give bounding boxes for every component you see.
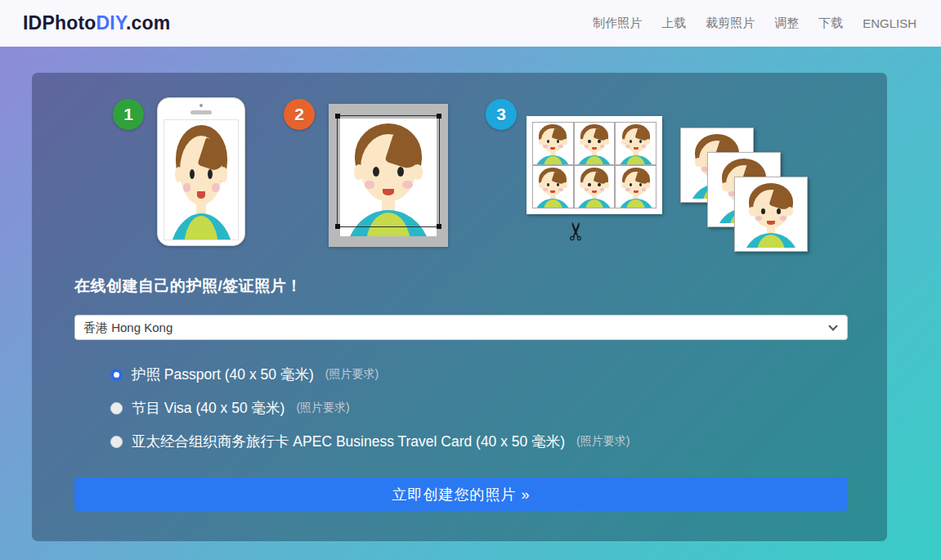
crop-handle bbox=[335, 114, 340, 119]
nav-adjust[interactable]: 调整 bbox=[774, 16, 799, 31]
crop-photo-illustration bbox=[329, 104, 448, 247]
photo-stack-illustration bbox=[680, 128, 824, 252]
sheet-photo-cell bbox=[574, 122, 616, 165]
stacked-photo bbox=[734, 177, 808, 252]
nav-english[interactable]: ENGLISH bbox=[863, 16, 916, 30]
crop-handle bbox=[437, 114, 441, 119]
radio-unselected-icon[interactable] bbox=[110, 436, 123, 448]
sheet-photo-cell bbox=[574, 165, 616, 208]
main-nav: 制作照片 上载 裁剪照片 调整 下载 ENGLISH bbox=[593, 16, 916, 31]
scissors-icon: ✂ bbox=[564, 219, 589, 244]
steps-illustration: 1 2 3 ✂ bbox=[113, 97, 848, 253]
option-label: 节目 Visa (40 x 50 毫米) bbox=[132, 398, 285, 418]
nav-download[interactable]: 下载 bbox=[818, 16, 843, 31]
main-panel: 1 2 3 ✂ bbox=[32, 73, 887, 541]
nav-upload[interactable]: 上载 bbox=[661, 16, 686, 31]
logo-text-diy: DIY bbox=[96, 12, 126, 34]
country-select[interactable]: 香港 Hong Kong bbox=[74, 315, 848, 340]
print-sheet-column: ✂ bbox=[527, 116, 662, 244]
print-sheet-illustration bbox=[527, 116, 662, 214]
crop-selection-rect bbox=[337, 115, 440, 227]
phone-illustration bbox=[157, 97, 245, 246]
photo-type-options: 护照 Passport (40 x 50 毫米) (照片要求) 节目 Visa … bbox=[110, 365, 848, 451]
phone-speaker bbox=[190, 110, 212, 114]
phone-camera-dot bbox=[199, 104, 203, 107]
country-select-wrap: 香港 Hong Kong bbox=[74, 315, 848, 340]
logo-text-idphoto: IDPhoto bbox=[23, 12, 96, 34]
radio-unselected-icon[interactable] bbox=[110, 402, 123, 414]
crop-handle bbox=[437, 224, 441, 229]
radio-selected-icon[interactable] bbox=[110, 369, 123, 381]
header: IDPhotoDIY.com 制作照片 上载 裁剪照片 调整 下载 ENGLIS… bbox=[0, 0, 941, 47]
phone-screen bbox=[164, 119, 239, 240]
step-1-badge: 1 bbox=[113, 99, 144, 130]
site-logo[interactable]: IDPhotoDIY.com bbox=[23, 12, 170, 34]
logo-text-com: .com bbox=[126, 12, 170, 34]
photo-type-option-passport[interactable]: 护照 Passport (40 x 50 毫米) (照片要求) bbox=[110, 365, 848, 384]
option-label: 护照 Passport (40 x 50 毫米) bbox=[132, 365, 314, 384]
step-2-badge: 2 bbox=[284, 99, 315, 130]
option-label: 亚太经合组织商务旅行卡 APEC Business Travel Card (4… bbox=[132, 432, 565, 451]
step-3-badge: 3 bbox=[486, 99, 517, 130]
nav-crop-photo[interactable]: 裁剪照片 bbox=[706, 16, 755, 31]
sheet-photo-cell bbox=[615, 122, 656, 165]
sheet-photo-cell bbox=[532, 165, 574, 208]
page-title: 在线创建自己的护照/签证照片！ bbox=[74, 276, 848, 297]
sheet-photo-cell bbox=[532, 122, 574, 165]
photo-type-option-apec[interactable]: 亚太经合组织商务旅行卡 APEC Business Travel Card (4… bbox=[110, 432, 848, 451]
sheet-photo-cell bbox=[615, 165, 656, 208]
photo-type-option-visa[interactable]: 节目 Visa (40 x 50 毫米) (照片要求) bbox=[110, 398, 848, 418]
photo-requirements-link[interactable]: (照片要求) bbox=[576, 434, 630, 449]
nav-make-photo[interactable]: 制作照片 bbox=[593, 16, 642, 31]
crop-handle bbox=[335, 224, 340, 229]
photo-requirements-link[interactable]: (照片要求) bbox=[296, 401, 349, 415]
photo-requirements-link[interactable]: (照片要求) bbox=[325, 367, 379, 382]
create-photo-button[interactable]: 立即创建您的照片 » bbox=[74, 477, 848, 511]
